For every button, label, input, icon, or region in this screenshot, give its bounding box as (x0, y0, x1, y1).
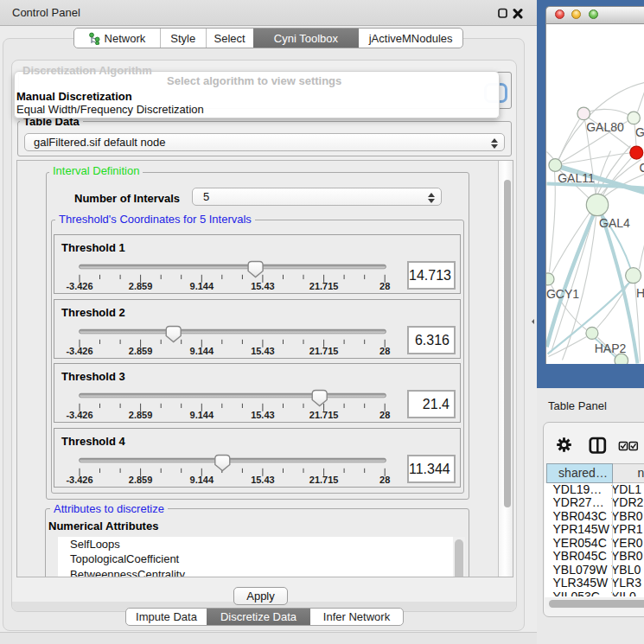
svg-text:9.144: 9.144 (190, 345, 214, 355)
svg-text:21.715: 21.715 (309, 410, 339, 420)
svg-text:15.43: 15.43 (251, 410, 275, 420)
svg-text:9.144: 9.144 (190, 474, 214, 484)
svg-text:15.43: 15.43 (251, 345, 275, 355)
svg-text:2.859: 2.859 (129, 410, 153, 420)
svg-text:CY: CY (640, 161, 644, 175)
svg-text:GAL4: GAL4 (599, 216, 630, 230)
svg-text:28: 28 (379, 345, 390, 355)
svg-text:21.715: 21.715 (309, 345, 339, 355)
svg-text:2.859: 2.859 (129, 474, 153, 484)
svg-text:-3.426: -3.426 (66, 281, 92, 291)
svg-text:28: 28 (379, 410, 390, 420)
svg-text:15.43: 15.43 (251, 474, 275, 484)
svg-text:15.43: 15.43 (251, 281, 275, 291)
svg-text:-3.426: -3.426 (66, 474, 92, 484)
svg-text:2.859: 2.859 (129, 281, 153, 291)
svg-text:H: H (636, 286, 644, 300)
svg-text:GAL80: GAL80 (586, 120, 624, 134)
svg-text:GAL11: GAL11 (558, 171, 595, 185)
svg-text:9.144: 9.144 (190, 281, 214, 291)
svg-text:-3.426: -3.426 (66, 410, 92, 420)
svg-text:2.859: 2.859 (129, 345, 153, 355)
svg-text:21.715: 21.715 (309, 474, 339, 484)
svg-text:21.715: 21.715 (309, 281, 339, 291)
svg-text:GCY1: GCY1 (546, 287, 579, 301)
svg-text:28: 28 (379, 474, 390, 484)
svg-text:9.144: 9.144 (190, 410, 214, 420)
svg-text:HAP2: HAP2 (595, 341, 627, 355)
svg-text:-3.426: -3.426 (66, 345, 92, 355)
svg-text:GAL3: GAL3 (635, 125, 644, 139)
svg-text:28: 28 (379, 281, 390, 291)
